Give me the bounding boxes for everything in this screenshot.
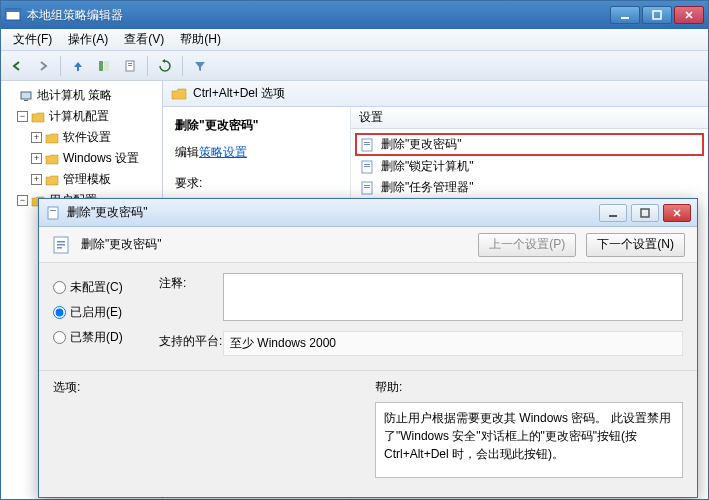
- policy-icon: [359, 180, 375, 196]
- svg-rect-7: [128, 63, 132, 64]
- svg-rect-25: [609, 215, 617, 217]
- path-header: Ctrl+Alt+Del 选项: [163, 81, 708, 107]
- up-button[interactable]: [66, 54, 90, 78]
- svg-rect-8: [128, 65, 132, 66]
- options-label: 选项:: [53, 379, 361, 396]
- dialog-body: 未配置(C) 已启用(E) 已禁用(D) 注释: 支持的平台: 至少 Windo…: [39, 263, 697, 366]
- tree-admin-templates[interactable]: + 管理模板: [3, 169, 162, 190]
- radio-enabled[interactable]: 已启用(E): [53, 304, 145, 321]
- tree-software-settings[interactable]: + 软件设置: [3, 127, 162, 148]
- state-radios: 未配置(C) 已启用(E) 已禁用(D): [53, 273, 145, 366]
- radio-disabled-input[interactable]: [53, 331, 66, 344]
- list-item-label: 删除"锁定计算机": [381, 158, 474, 175]
- list-item[interactable]: 删除"锁定计算机": [355, 156, 704, 177]
- svg-rect-23: [48, 207, 58, 219]
- list-item-label: 删除"任务管理器": [381, 179, 474, 196]
- path-text: Ctrl+Alt+Del 选项: [193, 85, 285, 102]
- comment-textarea[interactable]: [223, 273, 683, 321]
- radio-label: 已禁用(D): [70, 329, 123, 346]
- svg-rect-5: [104, 61, 109, 71]
- dialog-window-buttons: [599, 204, 691, 222]
- toolbar: [1, 51, 708, 81]
- policy-icon: [45, 205, 61, 221]
- svg-rect-24: [50, 210, 56, 211]
- minimize-button[interactable]: [610, 6, 640, 24]
- help-text: 防止用户根据需要更改其 Windows 密码。 此设置禁用了"Windows 安…: [375, 402, 683, 478]
- svg-rect-10: [24, 100, 28, 101]
- svg-rect-18: [364, 185, 370, 186]
- svg-rect-19: [364, 187, 370, 188]
- policy-icon: [359, 137, 375, 153]
- folder-icon: [171, 86, 187, 102]
- radio-disabled[interactable]: 已禁用(D): [53, 329, 145, 346]
- toolbar-separator: [182, 56, 183, 76]
- show-hide-tree-button[interactable]: [92, 54, 116, 78]
- menu-action[interactable]: 操作(A): [60, 29, 116, 50]
- svg-rect-1: [6, 9, 20, 12]
- tree-label: Windows 设置: [63, 150, 139, 167]
- dialog-close-button[interactable]: [663, 204, 691, 222]
- tree-label: 地计算机 策略: [37, 87, 112, 104]
- radio-not-configured-input[interactable]: [53, 281, 66, 294]
- platform-label: 支持的平台:: [159, 331, 223, 350]
- window-buttons: [610, 6, 704, 24]
- dialog-titlebar: 删除"更改密码": [39, 199, 697, 227]
- list-item-label: 删除"更改密码": [381, 136, 462, 153]
- svg-rect-3: [653, 11, 661, 19]
- expand-icon[interactable]: +: [31, 132, 42, 143]
- list-item[interactable]: 删除"更改密码": [355, 133, 704, 156]
- policy-settings-link[interactable]: 策略设置: [199, 145, 247, 159]
- policy-dialog: 删除"更改密码" 删除"更改密码" 上一个设置(P) 下一个设置(N) 未配置(…: [38, 198, 698, 498]
- svg-rect-13: [364, 144, 370, 145]
- refresh-button[interactable]: [153, 54, 177, 78]
- dialog-subheader: 删除"更改密码" 上一个设置(P) 下一个设置(N): [39, 227, 697, 263]
- menu-view[interactable]: 查看(V): [116, 29, 172, 50]
- menubar: 文件(F) 操作(A) 查看(V) 帮助(H): [1, 29, 708, 51]
- svg-rect-2: [621, 17, 629, 19]
- tree-label: 管理模板: [63, 171, 111, 188]
- list-item[interactable]: 删除"任务管理器": [355, 177, 704, 198]
- collapse-icon[interactable]: −: [17, 111, 28, 122]
- svg-rect-16: [364, 166, 370, 167]
- svg-rect-29: [57, 244, 65, 246]
- radio-enabled-input[interactable]: [53, 306, 66, 319]
- svg-rect-9: [21, 92, 31, 99]
- dialog-title: 删除"更改密码": [67, 204, 599, 221]
- policy-icon: [51, 235, 71, 255]
- main-title: 本地组策略编辑器: [27, 7, 610, 24]
- maximize-button[interactable]: [642, 6, 672, 24]
- expand-icon[interactable]: +: [31, 174, 42, 185]
- filter-button[interactable]: [188, 54, 212, 78]
- platform-value: 至少 Windows 2000: [223, 331, 683, 356]
- tree-windows-settings[interactable]: + Windows 设置: [3, 148, 162, 169]
- folder-icon: [45, 173, 59, 187]
- detail-edit-prefix: 编辑: [175, 145, 199, 159]
- expand-icon[interactable]: +: [31, 153, 42, 164]
- platform-row: 支持的平台: 至少 Windows 2000: [159, 331, 683, 356]
- back-button[interactable]: [5, 54, 29, 78]
- next-setting-button[interactable]: 下一个设置(N): [586, 233, 685, 257]
- detail-edit-row: 编辑策略设置: [175, 144, 338, 161]
- close-button[interactable]: [674, 6, 704, 24]
- dialog-minimize-button[interactable]: [599, 204, 627, 222]
- forward-button[interactable]: [31, 54, 55, 78]
- prev-setting-button[interactable]: 上一个设置(P): [478, 233, 576, 257]
- tree-root[interactable]: 地计算机 策略: [3, 85, 162, 106]
- toolbar-separator: [60, 56, 61, 76]
- app-icon: [5, 7, 21, 23]
- svg-rect-12: [364, 142, 370, 143]
- help-column: 帮助: 防止用户根据需要更改其 Windows 密码。 此设置禁用了"Windo…: [375, 379, 683, 478]
- properties-button[interactable]: [118, 54, 142, 78]
- folder-icon: [31, 110, 45, 124]
- list-column-header[interactable]: 设置: [351, 107, 708, 129]
- collapse-icon[interactable]: −: [17, 195, 28, 206]
- dialog-maximize-button[interactable]: [631, 204, 659, 222]
- menu-help[interactable]: 帮助(H): [172, 29, 229, 50]
- tree-computer-config[interactable]: − 计算机配置: [3, 106, 162, 127]
- detail-title: 删除"更改密码": [175, 117, 338, 134]
- svg-rect-15: [364, 164, 370, 165]
- menu-file[interactable]: 文件(F): [5, 29, 60, 50]
- comment-row: 注释:: [159, 273, 683, 321]
- tree-label: 计算机配置: [49, 108, 109, 125]
- radio-not-configured[interactable]: 未配置(C): [53, 279, 145, 296]
